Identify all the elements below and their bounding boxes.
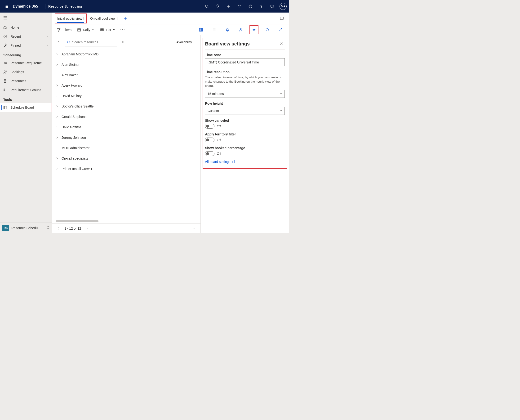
resource-name: Doctor's office Seattle <box>61 105 94 108</box>
resolution-desc: The smallest interval of time, by which … <box>205 75 285 88</box>
sidebar-toggle[interactable] <box>0 13 52 23</box>
search-resources-input[interactable] <box>65 38 117 46</box>
nav-label: Requirement Groups <box>10 88 49 92</box>
nav-home[interactable]: Home <box>0 23 52 32</box>
resource-name: Avery Howard <box>61 83 82 87</box>
rowheight-label: Row height <box>205 102 285 105</box>
gear-icon[interactable] <box>245 0 256 13</box>
more-commands[interactable] <box>120 29 125 30</box>
map-toggle-icon[interactable] <box>197 26 205 34</box>
chat-icon[interactable] <box>267 0 278 13</box>
nav-resource-requirements[interactable]: Resource Requireme… <box>0 59 52 68</box>
chevron-right-icon <box>56 168 58 170</box>
app-badge: RS <box>2 225 9 231</box>
nav-schedule-board[interactable]: Schedule Board <box>0 103 52 112</box>
add-icon[interactable] <box>223 0 234 13</box>
svg-point-30 <box>4 89 5 90</box>
resource-row[interactable]: Gerald Stephens <box>52 112 201 122</box>
booked-toggle[interactable] <box>205 151 215 156</box>
list-dropdown[interactable]: List <box>100 27 116 33</box>
collapse-resources-icon[interactable] <box>55 41 62 44</box>
availability-dropdown[interactable]: Availability <box>176 40 197 44</box>
svg-rect-3 <box>5 6 6 7</box>
resource-row[interactable]: Jeremy Johnson <box>52 132 201 143</box>
resource-row[interactable]: Abraham McCormick MD <box>52 49 201 60</box>
close-settings-button[interactable] <box>278 40 285 47</box>
all-board-settings-link[interactable]: All board settings <box>205 160 285 164</box>
person-icon[interactable] <box>237 26 245 34</box>
daily-label: Daily <box>83 28 90 32</box>
timezone-select[interactable]: (GMT) Coordinated Universal Time <box>205 58 285 66</box>
horizontal-scrollbar[interactable] <box>52 220 201 224</box>
svg-rect-48 <box>200 28 203 31</box>
canceled-state: Off <box>217 124 221 128</box>
rowheight-select[interactable]: Custom <box>205 107 285 115</box>
updown-icon <box>47 226 50 230</box>
resource-name: Jeremy Johnson <box>61 136 86 139</box>
svg-rect-40 <box>280 17 283 19</box>
availability-label: Availability <box>176 40 192 44</box>
funnel-icon[interactable] <box>234 0 245 13</box>
legend-icon[interactable] <box>210 26 218 34</box>
resource-row[interactable]: MOD Administrator <box>52 143 201 153</box>
bell-icon[interactable] <box>223 26 232 34</box>
svg-rect-34 <box>4 106 7 109</box>
svg-rect-7 <box>6 7 7 8</box>
user-avatar[interactable]: MA <box>280 3 287 10</box>
nav-resources[interactable]: Resources <box>0 76 52 85</box>
daily-dropdown[interactable]: Daily <box>77 27 95 33</box>
tab-label: Initial public view <box>57 17 82 20</box>
expand-icon[interactable] <box>276 26 285 34</box>
resource-row[interactable]: On-call specialists <box>52 153 201 164</box>
nav-label: Resources <box>10 79 49 83</box>
nav-bookings[interactable]: Bookings <box>0 68 52 76</box>
settings-title: Board view settings <box>205 41 250 47</box>
chevron-right-icon <box>56 63 58 66</box>
resolution-select[interactable]: 15 minutes <box>205 90 285 98</box>
refresh-icon[interactable] <box>263 26 271 34</box>
search-field[interactable] <box>72 40 115 44</box>
territory-toggle[interactable] <box>205 138 215 142</box>
chevron-right-icon <box>56 157 58 160</box>
nav-recent[interactable]: Recent <box>0 32 52 41</box>
app-switcher[interactable]: RS Resource Schedul… <box>0 223 52 233</box>
pager-collapse-icon[interactable] <box>192 226 197 231</box>
svg-rect-41 <box>78 29 81 31</box>
resource-row[interactable]: Alex Baker <box>52 70 201 80</box>
tab-menu-icon[interactable] <box>83 17 84 20</box>
tab-label: On-call pool view <box>90 17 116 20</box>
pager-prev[interactable] <box>55 226 61 231</box>
resource-row[interactable]: Doctor's office Seattle <box>52 101 201 112</box>
resource-name: David Mallory <box>61 94 82 98</box>
resource-row[interactable]: Printer Install Crew 1 <box>52 164 201 174</box>
board-settings-button[interactable] <box>250 26 258 34</box>
clock-icon <box>3 34 7 39</box>
resource-row[interactable]: David Mallory <box>52 91 201 101</box>
canceled-toggle[interactable] <box>205 124 215 128</box>
resource-row[interactable]: Alan Steiner <box>52 60 201 70</box>
resource-row[interactable]: Avery Howard <box>52 80 201 91</box>
resource-row[interactable]: Halle Griffiths <box>52 122 201 132</box>
resource-name: Alex Baker <box>61 73 78 77</box>
nav-requirement-groups[interactable]: Requirement Groups <box>0 85 52 94</box>
app-launcher[interactable] <box>2 2 10 10</box>
resource-name: Alan Steiner <box>61 63 80 67</box>
lightbulb-icon[interactable] <box>212 0 223 13</box>
tab-oncall-pool-view[interactable]: On-call pool view <box>88 14 120 23</box>
chevron-down-icon <box>193 41 196 43</box>
pager-next[interactable] <box>84 226 90 231</box>
nav-pinned[interactable]: Pinned <box>0 41 52 50</box>
chevron-down-icon <box>45 35 49 38</box>
nav-group-tools: Tools <box>0 94 52 103</box>
help-icon[interactable] <box>256 0 267 13</box>
sort-icon[interactable] <box>120 40 126 44</box>
search-icon <box>67 40 70 44</box>
resolution-value: 15 minutes <box>208 92 224 96</box>
tab-initial-public-view[interactable]: Initial public view <box>55 14 86 23</box>
search-icon[interactable] <box>201 0 212 13</box>
tab-menu-icon[interactable] <box>117 17 117 20</box>
add-tab-button[interactable] <box>121 14 130 23</box>
filters-button[interactable]: Filters <box>56 27 72 33</box>
assistant-icon[interactable] <box>278 14 286 23</box>
people-list-icon <box>3 61 7 65</box>
